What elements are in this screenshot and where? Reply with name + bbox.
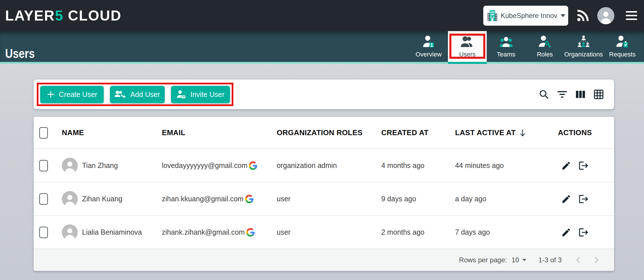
add-user-button[interactable]: Add User bbox=[110, 86, 165, 103]
column-header-email[interactable]: EMAIL bbox=[162, 128, 277, 137]
building-icon bbox=[487, 10, 498, 22]
sort-desc-icon[interactable] bbox=[519, 129, 526, 137]
user-avatar[interactable] bbox=[597, 7, 614, 24]
tab-requests[interactable]: Requests bbox=[603, 31, 642, 62]
row-checkbox[interactable] bbox=[39, 193, 48, 205]
person-icon bbox=[62, 224, 78, 240]
user-name: Zihan Kuang bbox=[82, 195, 123, 203]
group-icon bbox=[499, 35, 513, 48]
google-icon bbox=[246, 228, 255, 237]
user-email: zihan.kkuang@gmail.com bbox=[162, 195, 244, 203]
edit-icon[interactable] bbox=[561, 227, 571, 238]
avatar bbox=[62, 158, 78, 174]
main-content: Create User Add User bbox=[0, 64, 644, 271]
tab-label: Roles bbox=[537, 51, 553, 58]
top-bar: LAYER5 CLOUD KubeSphere Innov bbox=[0, 0, 644, 31]
column-header-org-roles[interactable]: ORGANIZATION ROLES bbox=[277, 128, 381, 137]
tab-label: Teams bbox=[497, 51, 515, 58]
nav-accent-line bbox=[0, 62, 644, 64]
person-icon bbox=[62, 158, 78, 174]
row-checkbox[interactable] bbox=[39, 160, 48, 171]
remove-user-icon[interactable] bbox=[578, 227, 589, 238]
tab-label: Requests bbox=[609, 51, 636, 58]
org-roles: user bbox=[277, 228, 291, 236]
next-page-icon[interactable] bbox=[592, 256, 600, 264]
logo-five: 5 bbox=[55, 8, 64, 24]
group-add-icon bbox=[115, 90, 126, 99]
created-at: 2 months ago bbox=[381, 228, 425, 236]
remove-user-icon[interactable] bbox=[578, 160, 589, 171]
user-email: zihank.zihank@gmail.com bbox=[162, 228, 245, 236]
filter-icon[interactable] bbox=[557, 89, 567, 100]
page-nav: Users Overview Users bbox=[0, 31, 644, 62]
remove-user-icon[interactable] bbox=[578, 194, 589, 204]
search-icon[interactable] bbox=[539, 89, 549, 100]
org-roles: user bbox=[277, 195, 291, 203]
org-hierarchy-icon bbox=[577, 35, 590, 48]
column-header-name[interactable]: NAME bbox=[62, 128, 162, 137]
avatar bbox=[62, 224, 78, 240]
column-header-created-at[interactable]: CREATED AT bbox=[381, 128, 455, 137]
table-header-row: NAME EMAIL ORGANIZATION ROLES CREATED AT… bbox=[34, 117, 614, 149]
edit-icon[interactable] bbox=[561, 161, 571, 171]
created-at: 4 months ago bbox=[381, 161, 425, 169]
create-user-button[interactable]: Create User bbox=[40, 86, 104, 103]
plus-icon bbox=[47, 90, 55, 98]
select-all-checkbox[interactable] bbox=[39, 127, 48, 139]
table-toolbar: Create User Add User bbox=[34, 80, 614, 109]
pagination-range: 1-3 of 3 bbox=[539, 256, 562, 264]
chevron-down-icon bbox=[522, 259, 527, 261]
tab-label: Overview bbox=[415, 51, 442, 58]
org-roles: organization admin bbox=[277, 161, 337, 169]
person-key-icon bbox=[538, 35, 552, 48]
table-row: Tian Zhang lovedayyyyyyy@gmail.com organ… bbox=[34, 149, 614, 182]
user-email: lovedayyyyyyy@gmail.com bbox=[162, 161, 247, 170]
tab-overview[interactable]: Overview bbox=[409, 31, 448, 62]
table-row: Zihan Kuang zihan.kkuang@gmail.com user … bbox=[34, 182, 614, 215]
grid-icon[interactable] bbox=[594, 89, 604, 100]
tab-teams[interactable]: Teams bbox=[487, 31, 525, 62]
column-header-actions: ACTIONS bbox=[558, 128, 614, 137]
last-active-at: 44 minutes ago bbox=[455, 161, 504, 169]
avatar bbox=[62, 191, 78, 207]
columns-icon[interactable] bbox=[575, 89, 586, 100]
tab-label: Organizations bbox=[564, 51, 603, 58]
rss-icon[interactable] bbox=[577, 10, 589, 22]
organization-name: KubeSphere Innov bbox=[501, 12, 557, 20]
rows-per-page-select[interactable]: 10 bbox=[511, 256, 527, 264]
users-table: NAME EMAIL ORGANIZATION ROLES CREATED AT… bbox=[34, 117, 614, 271]
layer5-cloud-logo: LAYER5 CLOUD bbox=[5, 7, 121, 24]
tab-users[interactable]: Users bbox=[448, 31, 487, 62]
user-name: Lialia Beniaminova bbox=[82, 228, 142, 236]
menu-icon[interactable] bbox=[626, 11, 637, 20]
google-icon bbox=[245, 195, 254, 203]
last-active-at: 7 days ago bbox=[455, 228, 490, 236]
tab-label: Users bbox=[459, 51, 475, 58]
row-checkbox[interactable] bbox=[39, 227, 48, 238]
invite-user-button[interactable]: Invite User bbox=[171, 86, 230, 103]
person-mail-icon bbox=[176, 90, 186, 99]
chevron-down-icon bbox=[560, 14, 566, 17]
user-name: Tian Zhang bbox=[82, 161, 118, 170]
person-badge-icon bbox=[422, 35, 435, 48]
google-icon bbox=[249, 161, 257, 170]
tab-organizations[interactable]: Organizations bbox=[564, 31, 603, 62]
created-at: 9 days ago bbox=[381, 195, 416, 203]
edit-icon[interactable] bbox=[561, 194, 571, 204]
table-pagination: Rows per page: 10 1-3 of 3 bbox=[34, 249, 614, 271]
table-row: Lialia Beniaminova zihank.zihank@gmail.c… bbox=[34, 215, 614, 249]
column-header-last-active[interactable]: LAST ACTIVE AT bbox=[455, 128, 558, 137]
rows-per-page-label: Rows per page: bbox=[459, 256, 507, 264]
person-clipboard-icon bbox=[616, 35, 629, 48]
previous-page-icon[interactable] bbox=[575, 256, 582, 264]
page-title: Users bbox=[5, 46, 35, 61]
person-icon bbox=[597, 7, 614, 24]
nav-tabs: Overview Users Teams bbox=[409, 31, 644, 62]
tab-roles[interactable]: Roles bbox=[525, 31, 564, 62]
person-icon bbox=[62, 191, 78, 207]
people-icon bbox=[460, 35, 474, 48]
last-active-at: a day ago bbox=[455, 195, 486, 203]
organization-selector[interactable]: KubeSphere Innov bbox=[483, 6, 568, 26]
